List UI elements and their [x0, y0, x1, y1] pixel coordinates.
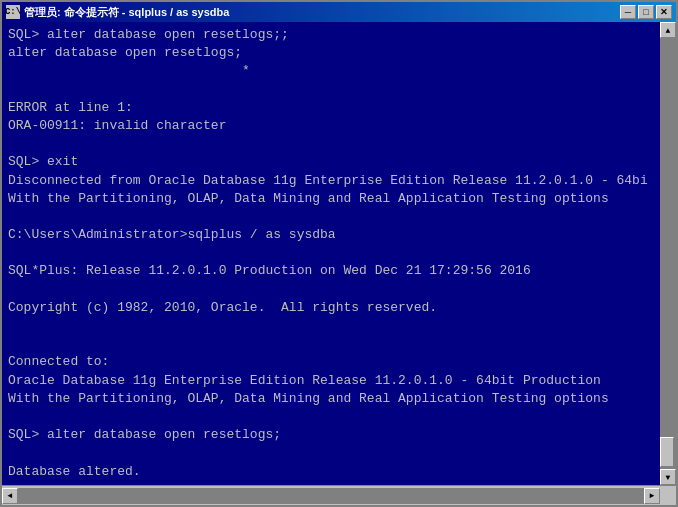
minimize-button[interactable]: ─ — [620, 5, 636, 19]
scroll-track-y[interactable] — [660, 38, 676, 469]
terminal-line-16: Copyright (c) 1982, 2010, Oracle. All ri… — [8, 300, 437, 315]
terminal-line-12: C:\Users\Administrator>sqlplus / as sysd… — [8, 227, 336, 242]
terminal-line-19: Connected to: — [8, 354, 109, 369]
scroll-left-button[interactable]: ◄ — [2, 488, 18, 504]
scroll-thumb-y[interactable] — [660, 437, 674, 467]
bottom-bar: ◄ ► — [2, 485, 676, 505]
close-button[interactable]: ✕ — [656, 5, 672, 19]
terminal-line-21: With the Partitioning, OLAP, Data Mining… — [8, 391, 609, 406]
maximize-button[interactable]: □ — [638, 5, 654, 19]
terminal-line-23: SQL> alter database open resetlogs; — [8, 427, 281, 442]
terminal-line-20: Oracle Database 11g Enterprise Edition R… — [8, 373, 601, 388]
terminal-line-25: Database altered. — [8, 464, 141, 479]
terminal-line-1: SQL> alter database open resetlogs;; — [8, 27, 289, 42]
title-bar-text: 管理员: 命令提示符 - sqlplus / as sysdba — [24, 5, 229, 20]
terminal-line-3: * — [8, 63, 250, 78]
scroll-track-x[interactable] — [18, 488, 644, 504]
scroll-right-button[interactable]: ► — [644, 488, 660, 504]
terminal-line-10: With the Partitioning, OLAP, Data Mining… — [8, 191, 609, 206]
vertical-scrollbar[interactable]: ▲ ▼ — [660, 22, 676, 485]
terminal-area[interactable]: SQL> alter database open resetlogs;; alt… — [2, 22, 676, 485]
scroll-down-button[interactable]: ▼ — [660, 469, 676, 485]
terminal-output: SQL> alter database open resetlogs;; alt… — [8, 26, 670, 481]
horizontal-scrollbar[interactable]: ◄ ► — [2, 488, 660, 504]
terminal-line-5: ERROR at line 1: — [8, 100, 133, 115]
terminal-line-14: SQL*Plus: Release 11.2.0.1.0 Production … — [8, 263, 531, 278]
cmd-icon: C:\ — [6, 5, 20, 19]
terminal-line-8: SQL> exit — [8, 154, 78, 169]
terminal-line-9: Disconnected from Oracle Database 11g En… — [8, 173, 648, 188]
terminal-line-6: ORA-00911: invalid character — [8, 118, 226, 133]
resize-corner[interactable] — [660, 488, 676, 504]
terminal-window: C:\ 管理员: 命令提示符 - sqlplus / as sysdba ─ □… — [0, 0, 678, 507]
scroll-up-button[interactable]: ▲ — [660, 22, 676, 38]
title-bar-buttons: ─ □ ✕ — [620, 5, 672, 19]
title-bar: C:\ 管理员: 命令提示符 - sqlplus / as sysdba ─ □… — [2, 2, 676, 22]
terminal-line-2: alter database open resetlogs; — [8, 45, 242, 60]
title-bar-left: C:\ 管理员: 命令提示符 - sqlplus / as sysdba — [6, 5, 229, 20]
